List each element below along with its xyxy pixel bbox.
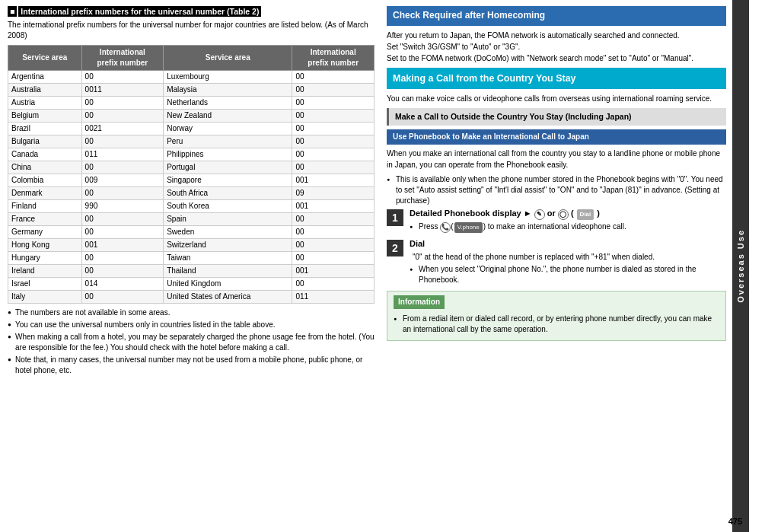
table-cell: 00 xyxy=(81,251,164,264)
section-title: ■International prefix numbers for the un… xyxy=(8,6,375,18)
table-cell: Sweden xyxy=(164,225,292,238)
table-cell: 0011 xyxy=(81,83,164,96)
dial-icon: Dial xyxy=(577,209,594,219)
footnote-bullet: Note that, in many cases, the universal … xyxy=(8,355,375,376)
table-cell: Denmark xyxy=(8,186,82,199)
info-box: Information From a redial item or dialed… xyxy=(387,291,726,341)
pencil-icon: ✎ xyxy=(534,209,545,220)
table-cell: 0021 xyxy=(81,122,164,135)
info-box-title: Information xyxy=(394,295,445,309)
table-cell: 00 xyxy=(292,96,375,109)
table-cell: 00 xyxy=(81,135,164,148)
table-cell: 00 xyxy=(81,96,164,109)
overseas-use-sidebar: Overseas Use xyxy=(732,0,749,532)
check-required-header: Check Required after Homecoming xyxy=(387,6,726,26)
use-phonebook-header: Use Phonebook to Make an International C… xyxy=(387,129,726,145)
intro-text: The international prefix numbers for the… xyxy=(8,20,375,41)
col-header-prefix2: Internationalprefix number xyxy=(292,45,375,70)
table-cell: 990 xyxy=(81,199,164,212)
phonebook-bullet: This is available only when the phone nu… xyxy=(387,174,726,206)
table-cell: Austria xyxy=(8,96,82,109)
table-cell: 00 xyxy=(81,290,164,303)
table-cell: Brazil xyxy=(8,122,82,135)
left-panel: ■International prefix numbers for the un… xyxy=(0,0,381,532)
step1-bullets: Press 📞(V.phone) to make an internationa… xyxy=(410,221,726,233)
table-cell: 00 xyxy=(292,277,375,290)
col-header-service2: Service area xyxy=(164,45,292,70)
table-cell: Singapore xyxy=(164,174,292,186)
table-cell: 00 xyxy=(292,70,375,83)
table-cell: 00 xyxy=(292,109,375,122)
step1-number: 1 xyxy=(387,209,403,226)
overseas-use-label: Overseas Use xyxy=(736,229,745,303)
phone-icon: 📞 xyxy=(440,222,451,233)
step2-number: 2 xyxy=(387,240,403,256)
table-cell: 001 xyxy=(292,199,375,212)
table-cell: Italy xyxy=(8,290,82,303)
table-cell: 00 xyxy=(81,264,164,277)
table-cell: Luxembourg xyxy=(164,70,292,83)
table-cell: 00 xyxy=(292,238,375,251)
info-box-body: From a redial item or dialed call record… xyxy=(394,314,719,335)
table-cell: France xyxy=(8,212,82,225)
table-cell: 011 xyxy=(292,290,375,303)
step2-title: Dial xyxy=(410,238,726,250)
table-cell: Belgium xyxy=(8,109,82,122)
table-cell: Germany xyxy=(8,225,82,238)
table-cell: United Kingdom xyxy=(164,277,292,290)
table-cell: Australia xyxy=(8,83,82,96)
table-cell: 09 xyxy=(292,186,375,199)
table-cell: 00 xyxy=(81,225,164,238)
table-cell: 00 xyxy=(292,83,375,96)
table-cell: Portugal xyxy=(164,161,292,174)
table-cell: Switzerland xyxy=(164,238,292,251)
step2-body1: "0" at the head of the phone number is r… xyxy=(410,252,726,263)
table-cell: Thailand xyxy=(164,264,292,277)
step1-content: Detailed Phonebook display ► ✎ or ◯ ( Di… xyxy=(410,208,726,234)
footnote-bullet: You can use the universal numbers only i… xyxy=(8,320,375,330)
table-cell: New Zealand xyxy=(164,109,292,122)
making-call-body: You can make voice calls or videophone c… xyxy=(387,93,726,104)
table-cell: Malaysia xyxy=(164,83,292,96)
table-cell: 001 xyxy=(81,238,164,251)
phonebook-bullet-list: This is available only when the phone nu… xyxy=(387,174,726,206)
table-cell: Bulgaria xyxy=(8,135,82,148)
step1-title: Detailed Phonebook display ► ✎ or ◯ ( Di… xyxy=(410,208,726,220)
table-cell: 009 xyxy=(81,174,164,186)
table-cell: 00 xyxy=(292,161,375,174)
table-cell: South Korea xyxy=(164,199,292,212)
footnote-bullets: The numbers are not available in some ar… xyxy=(8,307,375,376)
step2-content: Dial "0" at the head of the phone number… xyxy=(410,238,726,286)
table-cell: 00 xyxy=(292,251,375,264)
table-cell: 001 xyxy=(292,174,375,186)
table-cell: Hong Kong xyxy=(8,238,82,251)
table-cell: Argentina xyxy=(8,70,82,83)
table-cell: Ireland xyxy=(8,264,82,277)
table-cell: 00 xyxy=(81,70,164,83)
table-cell: 011 xyxy=(81,148,164,161)
table-cell: Canada xyxy=(8,148,82,161)
check-required-body: After you return to Japan, the FOMA netw… xyxy=(387,30,726,64)
table-cell: Finland xyxy=(8,199,82,212)
sub-section-header: Make a Call to Outside the Country You S… xyxy=(387,108,726,126)
table-cell: Netherlands xyxy=(164,96,292,109)
table-cell: Norway xyxy=(164,122,292,135)
table-cell: China xyxy=(8,161,82,174)
table-cell: United States of America xyxy=(164,290,292,303)
use-phonebook-body: When you make an international call from… xyxy=(387,148,726,170)
table-cell: 00 xyxy=(292,135,375,148)
table-cell: Taiwan xyxy=(164,251,292,264)
table-cell: Colombia xyxy=(8,174,82,186)
table-cell: Philippines xyxy=(164,148,292,161)
table-cell: 00 xyxy=(81,212,164,225)
intl-prefix-table: Service area Internationalprefix number … xyxy=(8,45,375,304)
table-cell: 00 xyxy=(81,161,164,174)
table-cell: Israel xyxy=(8,277,82,290)
right-panel: Check Required after Homecoming After yo… xyxy=(381,0,732,532)
step2-bullet: When you select "Original phone No.", th… xyxy=(410,264,726,285)
step2-bullets: When you select "Original phone No.", th… xyxy=(410,264,726,285)
footnote-bullet: The numbers are not available in some ar… xyxy=(8,307,375,318)
col-header-prefix1: Internationalprefix number xyxy=(81,45,164,70)
section-title-text: International prefix numbers for the uni… xyxy=(18,6,261,17)
table-cell: 001 xyxy=(292,264,375,277)
